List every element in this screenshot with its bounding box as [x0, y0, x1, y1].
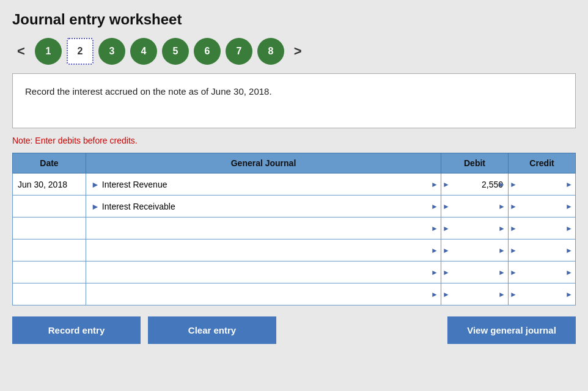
step-8[interactable]: 8	[257, 38, 284, 65]
step-1[interactable]: 1	[35, 38, 62, 65]
journal-table: Date General Journal Debit Credit Jun 30…	[12, 153, 576, 305]
row3-journal[interactable]: ►	[86, 217, 441, 239]
table-row: ► ► ► ► ►	[13, 283, 576, 305]
row1-journal[interactable]: ►Interest Revenue ►	[86, 174, 441, 196]
row2-credit[interactable]: ► ►	[509, 196, 576, 217]
row6-credit[interactable]: ► ►	[509, 283, 576, 305]
step-4[interactable]: 4	[130, 38, 157, 65]
row6-journal[interactable]: ►	[86, 283, 441, 305]
page-title: Journal entry worksheet	[12, 11, 576, 28]
row5-credit[interactable]: ► ►	[509, 261, 576, 283]
step-navigation: < 1 2 3 4 5 6 7 8 >	[12, 38, 576, 65]
step-7[interactable]: 7	[226, 38, 252, 65]
record-entry-button[interactable]: Record entry	[12, 316, 141, 344]
instruction-box: Record the interest accrued on the note …	[12, 73, 576, 128]
row6-debit[interactable]: ► ►	[441, 283, 509, 305]
row4-credit[interactable]: ► ►	[509, 239, 576, 261]
row1-credit[interactable]: ► ►	[509, 174, 576, 196]
note-text: Note: Enter debits before credits.	[12, 136, 576, 145]
prev-arrow[interactable]: <	[12, 41, 30, 62]
row5-date[interactable]	[13, 261, 86, 283]
row2-date[interactable]	[13, 196, 86, 217]
row4-debit[interactable]: ► ►	[441, 239, 509, 261]
row1-debit[interactable]: ► 2,550 ►	[441, 174, 509, 196]
col-journal: General Journal	[86, 153, 441, 174]
instruction-text: Record the interest accrued on the note …	[25, 86, 272, 97]
step-6[interactable]: 6	[194, 38, 221, 65]
row2-debit[interactable]: ► ►	[441, 196, 509, 217]
table-row: Jun 30, 2018 ►Interest Revenue ► ► 2,550…	[13, 174, 576, 196]
action-buttons: Record entry Clear entry View general jo…	[12, 316, 576, 344]
row4-date[interactable]	[13, 239, 86, 261]
row2-journal[interactable]: ►Interest Receivable ►	[86, 196, 441, 217]
table-row: ►Interest Receivable ► ► ► ► ►	[13, 196, 576, 217]
row3-debit[interactable]: ► ►	[441, 217, 509, 239]
row5-debit[interactable]: ► ►	[441, 261, 509, 283]
row4-journal[interactable]: ►	[86, 239, 441, 261]
table-row: ► ► ► ► ►	[13, 261, 576, 283]
col-date: Date	[13, 153, 86, 174]
col-debit: Debit	[441, 153, 509, 174]
view-general-journal-button[interactable]: View general journal	[447, 316, 576, 344]
table-row: ► ► ► ► ►	[13, 217, 576, 239]
table-row: ► ► ► ► ►	[13, 239, 576, 261]
row5-journal[interactable]: ►	[86, 261, 441, 283]
row1-date[interactable]: Jun 30, 2018	[13, 174, 86, 196]
col-credit: Credit	[509, 153, 576, 174]
step-2-active[interactable]: 2	[67, 38, 94, 65]
row3-date[interactable]	[13, 217, 86, 239]
row6-date[interactable]	[13, 283, 86, 305]
clear-entry-button[interactable]: Clear entry	[148, 316, 276, 344]
step-3[interactable]: 3	[98, 38, 125, 65]
next-arrow[interactable]: >	[289, 41, 307, 62]
row3-credit[interactable]: ► ►	[509, 217, 576, 239]
step-5[interactable]: 5	[162, 38, 189, 65]
